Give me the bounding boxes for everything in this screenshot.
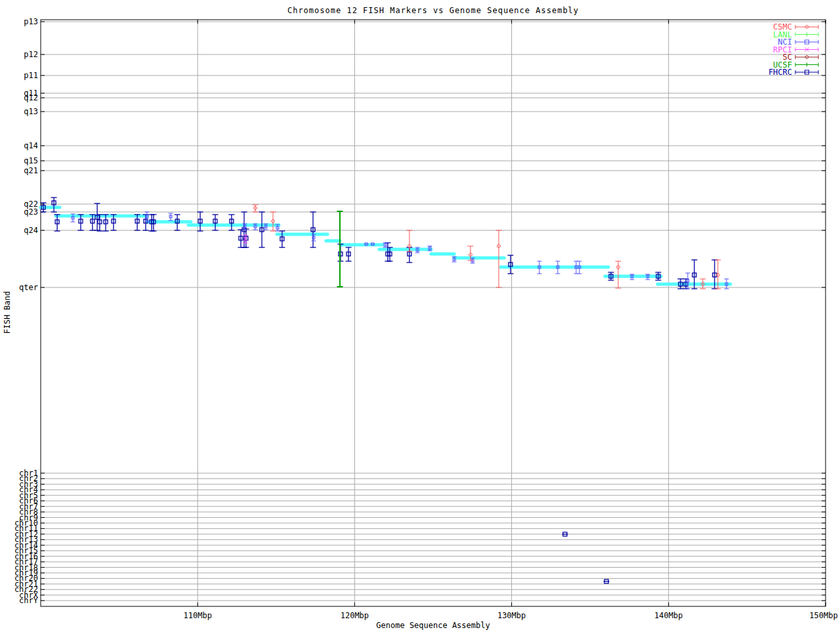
plot-canvas bbox=[0, 0, 840, 630]
x-tick-label: 140Mbp bbox=[654, 612, 682, 620]
y-tick-label: p13 bbox=[24, 18, 38, 26]
x-axis-title: Genome Sequence Assembly bbox=[376, 621, 490, 629]
y-tick-label: chrY bbox=[19, 597, 38, 604]
y-tick-label: q14 bbox=[24, 142, 38, 150]
x-tick-label: 150Mbp bbox=[809, 612, 837, 620]
y-tick-label: q15 bbox=[24, 157, 38, 165]
y-tick-label: qter bbox=[19, 284, 38, 291]
legend-label-fhcrc: FHCRC bbox=[768, 68, 792, 76]
fish-markers-chart: Chromosome 12 FISH Markers vs Genome Seq… bbox=[0, 0, 840, 630]
plot-border bbox=[41, 20, 826, 606]
x-tick-label: 130Mbp bbox=[497, 612, 526, 620]
y-tick-label: q21 bbox=[24, 167, 38, 175]
y-tick-label: q23 bbox=[24, 208, 38, 216]
y-axis-title: FISH Band bbox=[3, 286, 11, 339]
x-tick-label: 120Mbp bbox=[341, 612, 369, 620]
chart-title: Chromosome 12 FISH Markers vs Genome Seq… bbox=[287, 7, 579, 14]
y-tick-label: q12 bbox=[24, 94, 38, 102]
x-tick-label: 110Mbp bbox=[184, 612, 212, 620]
y-tick-label: q24 bbox=[24, 226, 38, 234]
y-tick-label: q13 bbox=[24, 108, 38, 116]
y-tick-label: p11 bbox=[24, 72, 38, 79]
y-tick-label: p12 bbox=[24, 51, 38, 58]
